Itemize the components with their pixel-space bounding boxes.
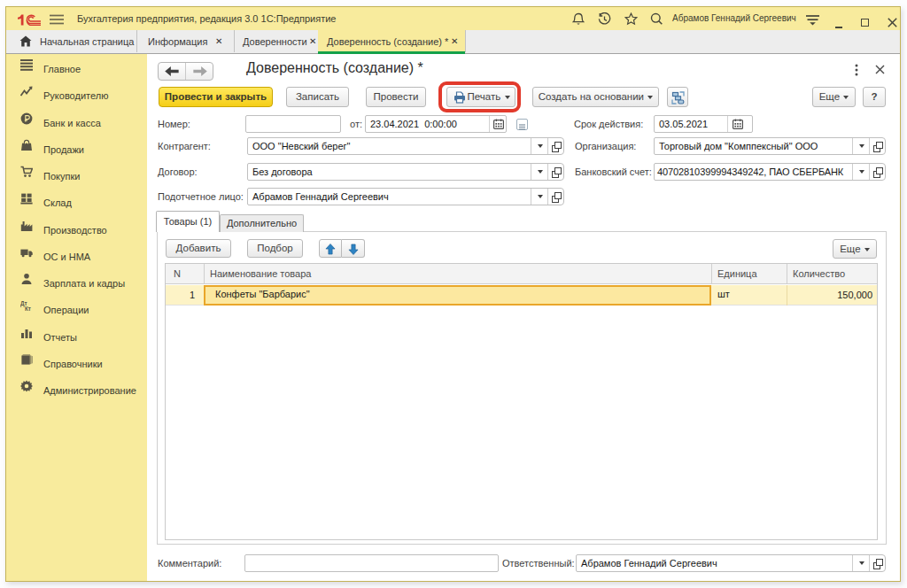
svg-text:Кт: Кт [25, 306, 31, 312]
